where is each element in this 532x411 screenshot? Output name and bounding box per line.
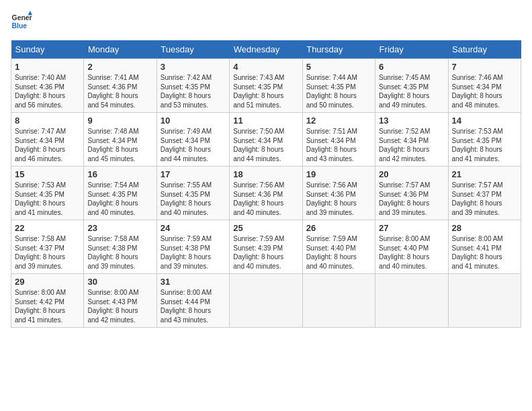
- calendar-cell: 2Sunrise: 7:41 AMSunset: 4:36 PMDaylight…: [84, 59, 157, 113]
- day-number: 4: [233, 62, 298, 72]
- cell-text: Sunrise: 7:57 AMSunset: 4:37 PMDaylight:…: [452, 181, 503, 216]
- cell-text: Sunrise: 8:00 AMSunset: 4:43 PMDaylight:…: [87, 289, 138, 324]
- calendar-cell: 23Sunrise: 7:58 AMSunset: 4:38 PMDayligh…: [84, 220, 157, 274]
- calendar-cell: 10Sunrise: 7:49 AMSunset: 4:34 PMDayligh…: [157, 113, 229, 167]
- cell-text: Sunrise: 7:58 AMSunset: 4:38 PMDaylight:…: [87, 235, 138, 270]
- calendar-cell: 8Sunrise: 7:47 AMSunset: 4:34 PMDaylight…: [11, 113, 84, 167]
- logo: General Blue: [11, 11, 32, 32]
- svg-marker-2: [28, 11, 32, 15]
- day-number: 13: [379, 116, 444, 126]
- cell-text: Sunrise: 7:59 AMSunset: 4:40 PMDaylight:…: [306, 235, 357, 270]
- calendar-cell: 9Sunrise: 7:48 AMSunset: 4:34 PMDaylight…: [84, 113, 157, 167]
- calendar-table: SundayMondayTuesdayWednesdayThursdayFrid…: [11, 40, 521, 328]
- day-number: 17: [161, 169, 226, 179]
- cell-text: Sunrise: 8:00 AMSunset: 4:40 PMDaylight:…: [379, 235, 430, 270]
- day-number: 1: [15, 62, 80, 72]
- calendar-cell: [448, 274, 521, 328]
- calendar-cell: 16Sunrise: 7:54 AMSunset: 4:35 PMDayligh…: [84, 167, 157, 220]
- day-number: 27: [379, 223, 444, 233]
- day-number: 10: [161, 116, 226, 126]
- day-number: 15: [15, 169, 80, 179]
- cell-text: Sunrise: 7:50 AMSunset: 4:34 PMDaylight:…: [233, 128, 284, 163]
- calendar-cell: 1Sunrise: 7:40 AMSunset: 4:36 PMDaylight…: [11, 59, 84, 113]
- calendar-cell: 17Sunrise: 7:55 AMSunset: 4:35 PMDayligh…: [157, 167, 229, 220]
- day-number: 28: [452, 223, 517, 233]
- cell-text: Sunrise: 7:47 AMSunset: 4:34 PMDaylight:…: [15, 128, 66, 163]
- cell-text: Sunrise: 7:52 AMSunset: 4:34 PMDaylight:…: [379, 128, 430, 163]
- day-number: 24: [161, 223, 226, 233]
- cell-text: Sunrise: 7:56 AMSunset: 4:36 PMDaylight:…: [233, 181, 284, 216]
- day-number: 6: [379, 62, 444, 72]
- calendar-cell: 6Sunrise: 7:45 AMSunset: 4:35 PMDaylight…: [375, 59, 448, 113]
- calendar-cell: 30Sunrise: 8:00 AMSunset: 4:43 PMDayligh…: [84, 274, 157, 328]
- calendar-cell: [230, 274, 302, 328]
- calendar-cell: 3Sunrise: 7:42 AMSunset: 4:35 PMDaylight…: [157, 59, 229, 113]
- calendar-week-2: 8Sunrise: 7:47 AMSunset: 4:34 PMDaylight…: [11, 113, 521, 167]
- svg-text:Blue: Blue: [12, 22, 28, 30]
- cell-text: Sunrise: 7:55 AMSunset: 4:35 PMDaylight:…: [161, 181, 212, 216]
- calendar-cell: 18Sunrise: 7:56 AMSunset: 4:36 PMDayligh…: [230, 167, 302, 220]
- cell-text: Sunrise: 7:53 AMSunset: 4:35 PMDaylight:…: [15, 181, 66, 216]
- day-number: 20: [379, 169, 444, 179]
- calendar-cell: 22Sunrise: 7:58 AMSunset: 4:37 PMDayligh…: [11, 220, 84, 274]
- cell-text: Sunrise: 7:46 AMSunset: 4:34 PMDaylight:…: [452, 74, 503, 109]
- cell-text: Sunrise: 7:49 AMSunset: 4:34 PMDaylight:…: [161, 128, 212, 163]
- day-number: 19: [306, 169, 371, 179]
- calendar-cell: 14Sunrise: 7:53 AMSunset: 4:35 PMDayligh…: [448, 113, 521, 167]
- calendar-cell: 27Sunrise: 8:00 AMSunset: 4:40 PMDayligh…: [375, 220, 448, 274]
- calendar-week-5: 29Sunrise: 8:00 AMSunset: 4:42 PMDayligh…: [11, 274, 521, 328]
- calendar-week-1: 1Sunrise: 7:40 AMSunset: 4:36 PMDaylight…: [11, 59, 521, 113]
- calendar-cell: 12Sunrise: 7:51 AMSunset: 4:34 PMDayligh…: [302, 113, 375, 167]
- calendar-cell: 4Sunrise: 7:43 AMSunset: 4:35 PMDaylight…: [230, 59, 302, 113]
- calendar-cell: 19Sunrise: 7:56 AMSunset: 4:36 PMDayligh…: [302, 167, 375, 220]
- calendar-cell: [375, 274, 448, 328]
- day-number: 2: [87, 62, 152, 72]
- cell-text: Sunrise: 7:53 AMSunset: 4:35 PMDaylight:…: [452, 128, 503, 163]
- calendar-cell: 13Sunrise: 7:52 AMSunset: 4:34 PMDayligh…: [375, 113, 448, 167]
- calendar-cell: 7Sunrise: 7:46 AMSunset: 4:34 PMDaylight…: [448, 59, 521, 113]
- cell-text: Sunrise: 7:44 AMSunset: 4:35 PMDaylight:…: [306, 74, 357, 109]
- cell-text: Sunrise: 8:00 AMSunset: 4:41 PMDaylight:…: [452, 235, 503, 270]
- cell-text: Sunrise: 7:59 AMSunset: 4:39 PMDaylight:…: [233, 235, 284, 270]
- cell-text: Sunrise: 8:00 AMSunset: 4:44 PMDaylight:…: [161, 289, 212, 324]
- day-number: 30: [87, 277, 152, 287]
- day-number: 18: [233, 169, 298, 179]
- cell-text: Sunrise: 7:58 AMSunset: 4:37 PMDaylight:…: [15, 235, 66, 270]
- header-sunday: Sunday: [11, 40, 84, 59]
- cell-text: Sunrise: 7:56 AMSunset: 4:36 PMDaylight:…: [306, 181, 357, 216]
- calendar-cell: 28Sunrise: 8:00 AMSunset: 4:41 PMDayligh…: [448, 220, 521, 274]
- logo-icon: General Blue: [11, 11, 32, 32]
- calendar-cell: 24Sunrise: 7:59 AMSunset: 4:38 PMDayligh…: [157, 220, 229, 274]
- day-number: 21: [452, 169, 517, 179]
- cell-text: Sunrise: 7:45 AMSunset: 4:35 PMDaylight:…: [379, 74, 430, 109]
- cell-text: Sunrise: 7:41 AMSunset: 4:36 PMDaylight:…: [87, 74, 138, 109]
- calendar-cell: 21Sunrise: 7:57 AMSunset: 4:37 PMDayligh…: [448, 167, 521, 220]
- cell-text: Sunrise: 7:43 AMSunset: 4:35 PMDaylight:…: [233, 74, 284, 109]
- day-number: 5: [306, 62, 371, 72]
- header-friday: Friday: [375, 40, 448, 59]
- cell-text: Sunrise: 8:00 AMSunset: 4:42 PMDaylight:…: [15, 289, 66, 324]
- calendar-cell: 25Sunrise: 7:59 AMSunset: 4:39 PMDayligh…: [230, 220, 302, 274]
- header-monday: Monday: [84, 40, 157, 59]
- day-number: 29: [15, 277, 80, 287]
- svg-text:General: General: [12, 14, 32, 21]
- page-header: General Blue: [11, 11, 521, 32]
- header-saturday: Saturday: [448, 40, 521, 59]
- calendar-cell: 29Sunrise: 8:00 AMSunset: 4:42 PMDayligh…: [11, 274, 84, 328]
- cell-text: Sunrise: 7:59 AMSunset: 4:38 PMDaylight:…: [161, 235, 212, 270]
- calendar-header-row: SundayMondayTuesdayWednesdayThursdayFrid…: [11, 40, 521, 59]
- cell-text: Sunrise: 7:42 AMSunset: 4:35 PMDaylight:…: [161, 74, 212, 109]
- calendar-cell: 26Sunrise: 7:59 AMSunset: 4:40 PMDayligh…: [302, 220, 375, 274]
- calendar-week-4: 22Sunrise: 7:58 AMSunset: 4:37 PMDayligh…: [11, 220, 521, 274]
- cell-text: Sunrise: 7:57 AMSunset: 4:36 PMDaylight:…: [379, 181, 430, 216]
- day-number: 8: [15, 116, 80, 126]
- calendar-cell: [302, 274, 375, 328]
- header-thursday: Thursday: [302, 40, 375, 59]
- header-wednesday: Wednesday: [230, 40, 302, 59]
- day-number: 11: [233, 116, 298, 126]
- day-number: 12: [306, 116, 371, 126]
- calendar-cell: 5Sunrise: 7:44 AMSunset: 4:35 PMDaylight…: [302, 59, 375, 113]
- day-number: 7: [452, 62, 517, 72]
- cell-text: Sunrise: 7:48 AMSunset: 4:34 PMDaylight:…: [87, 128, 138, 163]
- day-number: 3: [161, 62, 226, 72]
